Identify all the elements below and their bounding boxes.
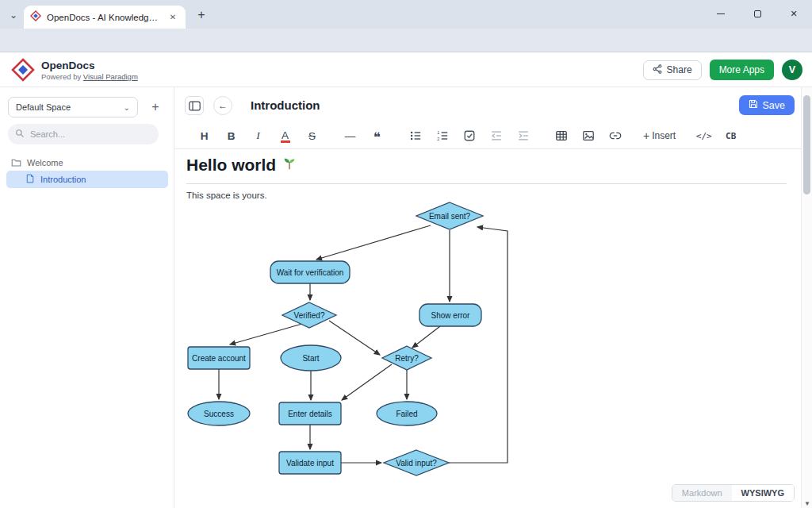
- outdent-button[interactable]: [486, 126, 506, 146]
- horizontal-rule-button[interactable]: —: [340, 126, 360, 146]
- link-icon: [609, 129, 622, 142]
- flow-edge-verified-to-retry: [329, 321, 380, 355]
- folder-icon: [11, 157, 21, 169]
- share-icon: [653, 64, 662, 76]
- maximize-button[interactable]: [739, 0, 776, 28]
- color-swatch: [281, 140, 290, 143]
- visual-paradigm-link[interactable]: Visual Paradigm: [83, 72, 138, 81]
- flow-node-enter_details: Enter details: [279, 402, 341, 425]
- user-avatar[interactable]: V: [782, 60, 802, 80]
- bullet-list-button[interactable]: [405, 126, 425, 146]
- task-list-icon: [463, 129, 476, 142]
- flow-edge-retry-to-enter_details: [342, 364, 392, 400]
- outdent-icon: [490, 129, 503, 142]
- sidebar: Default Space ⌄ + Welcome Introduction: [0, 87, 174, 508]
- text-style-group: H B I A S: [194, 126, 322, 146]
- share-button[interactable]: Share: [643, 60, 702, 80]
- blockquote-button[interactable]: ❝: [367, 126, 387, 146]
- vertical-scrollbar[interactable]: ▼: [801, 87, 812, 508]
- tab-title: OpenDocs - AI Knowledge Base: [47, 13, 161, 22]
- editor-mode-toggle: Markdown WYSIWYG: [672, 484, 795, 502]
- heading-button[interactable]: H: [194, 126, 214, 146]
- indent-button[interactable]: [513, 126, 533, 146]
- insert-label: Insert: [652, 130, 676, 141]
- editor-toolbar: H B I A S — ❝ 12: [174, 123, 801, 149]
- browser-tab[interactable]: OpenDocs - AI Knowledge Base ✕: [24, 6, 186, 29]
- window-controls: ✕: [703, 0, 812, 28]
- insert-group: + Insert: [643, 129, 676, 142]
- scrollbar-thumb[interactable]: [803, 95, 810, 194]
- code-group: </> CB: [694, 126, 741, 146]
- list-group: 12: [405, 126, 533, 146]
- tab-strip: ⌄ OpenDocs - AI Knowledge Base ✕ + ✕: [0, 0, 812, 29]
- inline-code-button[interactable]: </>: [694, 126, 714, 146]
- save-label: Save: [763, 100, 786, 111]
- flow-edge-verified-to-create_account: [230, 324, 302, 344]
- sidebar-item-introduction[interactable]: Introduction: [6, 171, 168, 188]
- opendocs-logo-icon: [11, 58, 35, 85]
- numbered-list-icon: 12: [436, 129, 449, 142]
- flow-node-wait_verification: Wait for verification: [270, 261, 350, 283]
- share-label: Share: [667, 64, 692, 75]
- wysiwyg-mode-button[interactable]: WYSIWYG: [732, 485, 794, 501]
- insert-button[interactable]: + Insert: [643, 129, 676, 142]
- content-header: ← Introduction Save: [174, 87, 801, 123]
- svg-text:Show error: Show error: [431, 311, 471, 320]
- page-title: Introduction: [251, 98, 320, 112]
- svg-text:Enter details: Enter details: [288, 410, 332, 418]
- bold-button[interactable]: B: [221, 126, 241, 146]
- scrollbar-down-arrow[interactable]: ▼: [802, 500, 812, 507]
- text-color-button[interactable]: A: [275, 126, 295, 146]
- add-space-button[interactable]: +: [146, 98, 165, 117]
- powered-by-text: Powered by: [41, 72, 81, 81]
- svg-text:Retry?: Retry?: [395, 354, 419, 363]
- markdown-mode-button[interactable]: Markdown: [672, 485, 732, 501]
- flow-edge-show_error-to-retry: [412, 326, 440, 348]
- image-button[interactable]: [578, 126, 598, 146]
- maximize-icon: [754, 10, 761, 17]
- sidebar-item-label: Introduction: [40, 175, 86, 184]
- flow-node-success: Success: [188, 402, 250, 425]
- table-icon: [555, 129, 568, 142]
- link-button[interactable]: [605, 126, 625, 146]
- strikethrough-button[interactable]: S: [302, 126, 322, 146]
- block-group: — ❝: [340, 126, 387, 146]
- flow-node-validate_input: Validate input: [279, 452, 341, 474]
- flow-node-start: Start: [281, 345, 341, 371]
- search-input[interactable]: [30, 129, 151, 139]
- flowchart-image[interactable]: Email sent?Wait for verificationVerified…: [174, 149, 801, 508]
- app-name: OpenDocs: [41, 60, 95, 71]
- minimize-button[interactable]: [703, 0, 739, 28]
- new-tab-button[interactable]: +: [193, 6, 210, 24]
- flow-node-verified: Verified?: [282, 302, 336, 328]
- save-icon: [749, 99, 758, 111]
- toggle-sidebar-button[interactable]: [185, 96, 204, 115]
- task-list-button[interactable]: [459, 126, 479, 146]
- flow-node-valid_input: Valid input?: [384, 450, 449, 475]
- save-button[interactable]: Save: [739, 95, 795, 115]
- doc-back-button[interactable]: ←: [213, 96, 232, 115]
- sidebar-item-welcome[interactable]: Welcome: [0, 154, 174, 171]
- table-button[interactable]: [551, 126, 571, 146]
- tab-search-chevron-icon[interactable]: ⌄: [5, 6, 22, 24]
- chevron-down-icon: ⌄: [124, 103, 130, 112]
- flow-edge-email_sent-to-wait_verification: [316, 225, 431, 260]
- svg-text:2: 2: [437, 137, 439, 141]
- code-block-button[interactable]: CB: [721, 126, 741, 146]
- svg-text:Verified?: Verified?: [294, 311, 325, 320]
- powered-by: Powered by Visual Paradigm: [41, 72, 138, 81]
- space-selector-label: Default Space: [16, 102, 71, 112]
- close-window-button[interactable]: ✕: [776, 0, 812, 28]
- panel-toggle-icon: [189, 101, 201, 111]
- bullet-list-icon: [409, 129, 422, 142]
- more-apps-button[interactable]: More Apps: [710, 60, 774, 80]
- sidebar-search[interactable]: [8, 124, 159, 144]
- italic-button[interactable]: I: [248, 126, 268, 146]
- page-file-icon: [25, 174, 35, 185]
- space-selector[interactable]: Default Space ⌄: [8, 97, 138, 117]
- insert-object-group: [551, 126, 625, 146]
- numbered-list-button[interactable]: 12: [432, 126, 452, 146]
- document-editor[interactable]: Hello world 🌱 This space is yours. Email…: [174, 149, 801, 508]
- flow-edge-valid_input-to-email_sent: [449, 227, 508, 463]
- tab-close-icon[interactable]: ✕: [167, 11, 179, 24]
